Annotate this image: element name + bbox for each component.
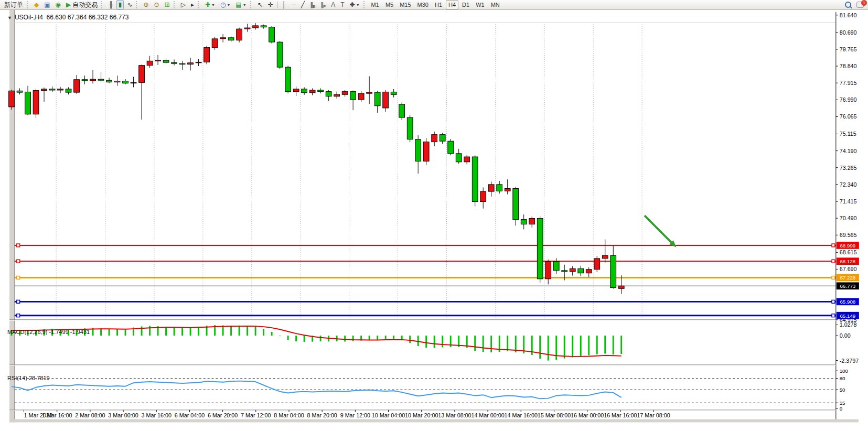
candle-body [90, 79, 96, 81]
horizontal-line-icon[interactable]: ─ [289, 0, 298, 9]
candle-body [188, 63, 194, 64]
text-icon: A [331, 2, 335, 8]
candle-body [302, 89, 307, 93]
candle-body [309, 90, 315, 93]
bar-chart-mode-icon[interactable]: ╫ [106, 0, 115, 9]
text-icon[interactable]: A [329, 0, 337, 9]
timeframe-mn[interactable]: MN [488, 0, 502, 9]
price-axis-label: 75.115 [840, 131, 856, 137]
line-chart-mode-icon[interactable]: ∿ [125, 0, 134, 9]
bar-chart-mode-icon: ╫ [109, 2, 113, 8]
toolbar-separator [277, 2, 278, 8]
line-handle[interactable] [832, 276, 835, 279]
periods-button[interactable]: ◷▼ [218, 0, 232, 9]
crosshair-icon[interactable]: ✛ [266, 0, 275, 9]
candle-body [33, 91, 39, 114]
candle-body [277, 42, 283, 67]
candle-body [237, 29, 242, 40]
line-handle[interactable] [832, 244, 835, 247]
line-handle[interactable] [17, 314, 20, 317]
time-axis-label: 1 Mar 16:00 [42, 412, 72, 418]
candle-body [570, 268, 575, 272]
timeframe-m1[interactable]: M1 [369, 0, 382, 9]
time-axis-label: 3 Mar 16:00 [142, 412, 172, 418]
line-handle[interactable] [17, 300, 20, 303]
vertical-line-icon[interactable]: │ [280, 0, 288, 9]
macd-axis-label: 1.0278 [840, 321, 857, 328]
chart-shift-icon[interactable]: ▸ [189, 0, 196, 9]
candlestick-mode-icon[interactable]: ▮ [116, 0, 124, 9]
new-order-button[interactable]: 新订单 [2, 0, 25, 9]
toolbar-grip [136, 1, 140, 8]
timeframe-m15[interactable]: M15 [397, 0, 413, 9]
timeframe-w1[interactable]: W1 [473, 0, 487, 9]
profiles-icon[interactable]: ◆ [32, 0, 41, 9]
candle-body [521, 220, 527, 224]
candle-body [553, 261, 559, 270]
price-axis-label: 76.990 [840, 96, 857, 103]
timeframe-m5[interactable]: M5 [383, 0, 396, 9]
toolbar-button-label: 自动交易 [72, 1, 98, 9]
notifications-icon[interactable]: 1 [854, 0, 866, 9]
timeframe-m30[interactable]: M30 [415, 0, 431, 9]
candle-body [9, 91, 15, 107]
toolbar-grip [363, 1, 367, 8]
main-toolbar: 新订单◆▣◉▶自动交易╫▮∿⊕⊖⊞▷▸✚▼◷▼▤▼↖✛│─╱∥E∥FAT✥▼M1… [0, 0, 868, 10]
arrows-icon[interactable]: ✥▼ [348, 0, 362, 9]
candle-body [488, 185, 494, 191]
data-window-icon[interactable]: ◉ [53, 0, 63, 9]
candle-body [139, 66, 145, 83]
line-handle[interactable] [17, 244, 20, 247]
rsi-axis-label: 100 [840, 368, 849, 374]
price-badge-label: 68.999 [840, 243, 855, 249]
macd-axis-label: 0.00 [840, 332, 851, 339]
text-label-icon[interactable]: T [338, 0, 346, 9]
candle-body [41, 89, 47, 91]
line-handle[interactable] [832, 300, 835, 303]
line-handle[interactable] [832, 260, 835, 263]
candle-body [318, 90, 324, 92]
zoom-out-icon[interactable]: ⊖ [152, 0, 162, 9]
line-handle[interactable] [17, 260, 20, 263]
price-badge-label: 65.149 [840, 313, 855, 319]
timeframe-h4[interactable]: H4 [446, 0, 458, 9]
search-icon[interactable] [843, 0, 853, 9]
time-axis-label: 13 Mar 08:00 [438, 412, 471, 418]
auto-trading-button[interactable]: ▶自动交易 [64, 0, 100, 9]
line-handle[interactable] [832, 314, 835, 317]
auto-scroll-icon[interactable]: ▷ [179, 0, 188, 9]
price-axis-label: 80.690 [840, 29, 857, 36]
zoom-in-icon[interactable]: ⊕ [141, 0, 151, 9]
time-axis-label: 9 Mar 12:00 [340, 412, 370, 418]
templates-button[interactable]: ▤▼ [233, 0, 248, 9]
candle-body [456, 154, 462, 162]
candle-body [367, 92, 372, 93]
candle-body [106, 80, 112, 82]
trendline-icon[interactable]: ╱ [299, 0, 307, 9]
candle-body [480, 191, 486, 201]
rsi-axis-label: 15 [840, 400, 845, 406]
tile-windows-icon[interactable]: ⊞ [163, 0, 172, 9]
rsi-axis-label: 0 [840, 406, 843, 412]
candle-body [578, 268, 584, 273]
templates-icon: ▤ [235, 2, 241, 8]
cursor-icon[interactable]: ↖ [255, 0, 265, 9]
price-axis-label: 78.840 [840, 63, 857, 69]
candle-body [147, 61, 153, 65]
price-badge-label: 68.128 [840, 258, 855, 264]
fibonacci-icon[interactable]: ∥F [318, 0, 328, 9]
terminal-panel-icon[interactable]: ▣ [42, 0, 52, 9]
price-chart-canvas[interactable]: 81.64080.69079.76578.84077.91576.99076.0… [0, 10, 868, 431]
candle-body [285, 67, 291, 92]
candle-body [423, 142, 429, 161]
line-handle[interactable] [17, 276, 20, 279]
candle-body [114, 81, 120, 82]
equidistant-channel-icon[interactable]: ∥E [308, 0, 317, 9]
chevron-down-icon[interactable]: ▼ [7, 15, 12, 20]
new-chart-icon: ✚ [205, 2, 210, 8]
text-label-icon: T [340, 2, 344, 8]
rsi-axis-label: 80 [840, 376, 845, 382]
timeframe-h1[interactable]: H1 [432, 0, 445, 9]
new-chart-button[interactable]: ✚▼ [203, 0, 217, 9]
timeframe-d1[interactable]: D1 [459, 0, 472, 9]
